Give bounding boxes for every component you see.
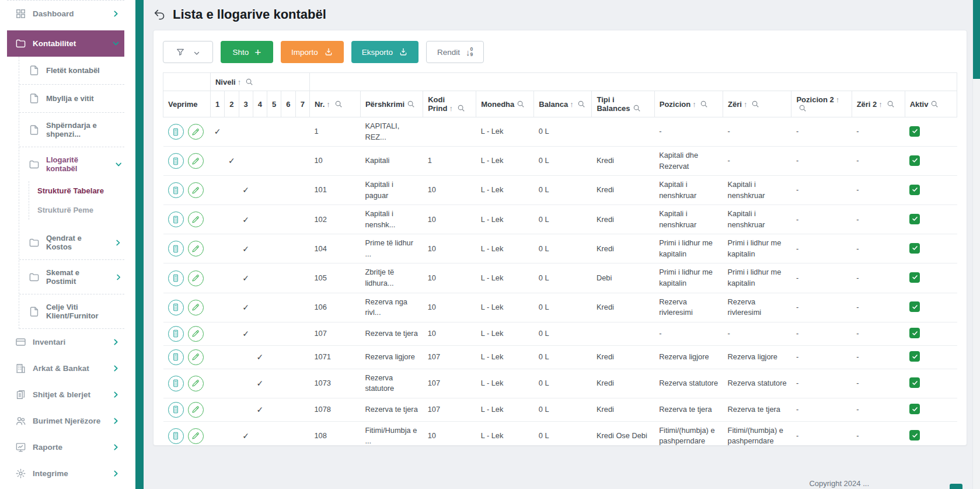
sidebar-item-burimet-njer-zore[interactable]: Burimet Njerëzore — [7, 408, 124, 434]
search-icon[interactable] — [334, 100, 343, 108]
active-checkbox[interactable] — [909, 301, 920, 312]
active-checkbox[interactable] — [909, 404, 920, 414]
search-icon[interactable] — [517, 100, 525, 108]
active-checkbox[interactable] — [909, 430, 920, 441]
active-checkbox[interactable] — [909, 243, 920, 254]
add-button[interactable]: Shto + — [221, 41, 273, 63]
sidebar-item-label: Arkat & Bankat — [33, 364, 89, 373]
account-ledger-button[interactable] — [168, 300, 184, 315]
invoice-icon — [15, 389, 26, 400]
sidebar-item-label: Fletët kontabël — [46, 66, 100, 75]
edit-button[interactable] — [188, 300, 204, 315]
sidebar-item-integrime[interactable]: Integrime — [7, 460, 124, 487]
sort-arrow-icon[interactable]: ↑ — [690, 100, 697, 109]
import-button[interactable]: Importo — [281, 41, 344, 63]
account-ledger-button[interactable] — [168, 241, 184, 256]
edit-button[interactable] — [188, 376, 204, 391]
cell-balanca: 0 L — [534, 263, 592, 293]
account-ledger-button[interactable] — [168, 211, 184, 227]
search-icon[interactable] — [700, 100, 708, 108]
account-ledger-button[interactable] — [168, 124, 184, 140]
column-header-level-2: 2 — [225, 91, 239, 117]
sort-button[interactable]: Rendit ↓09 — [426, 41, 484, 63]
sidebar-item-struktur-tabelare[interactable]: Strukturë Tabelare — [29, 181, 124, 200]
edit-button[interactable] — [188, 211, 204, 227]
sidebar-item-qendrat-e-kostos[interactable]: Qendrat e Kostos — [19, 226, 124, 260]
search-icon[interactable] — [798, 104, 807, 112]
account-ledger-button[interactable] — [168, 270, 184, 286]
sidebar-item-struktur-peme[interactable]: Strukturë Peme — [29, 200, 124, 220]
cell-zeri_2: - — [852, 263, 905, 293]
search-icon[interactable] — [457, 104, 465, 112]
sidebar-item-shitjet-blerjet[interactable]: Shitjet & blerjet — [7, 382, 124, 408]
sort-arrow-icon[interactable]: ↑ — [742, 100, 749, 109]
sidebar-item-dashboard[interactable]: Dashboard — [7, 1, 124, 27]
search-icon[interactable] — [577, 100, 585, 108]
chevron-right-icon — [112, 417, 120, 425]
edit-button[interactable] — [188, 326, 204, 342]
sidebar-item-inventari[interactable]: Inventari — [7, 329, 124, 355]
account-ledger-button[interactable] — [168, 326, 184, 342]
scrollbar-thumb[interactable] — [973, 0, 980, 79]
sidebar-item-shp-rndarja-e-shpenzi[interactable]: Shpërndarja e shpenzi... — [19, 113, 124, 147]
sort-arrow-icon[interactable]: ↑ — [325, 100, 332, 109]
cell-pershkrimi: Kapitali — [360, 147, 423, 176]
search-icon[interactable] — [930, 100, 939, 108]
sidebar-item-llogarit-kontab-l[interactable]: Llogaritë kontabël — [19, 147, 124, 181]
filter-button[interactable] — [163, 41, 213, 63]
sidebar-item-konfigurime[interactable]: Konfigurime — [7, 487, 124, 489]
scroll-top-button[interactable] — [950, 484, 962, 489]
column-header-aktiv: Aktiv — [905, 91, 957, 117]
export-button[interactable]: Eksporto — [351, 41, 418, 63]
column-label: Kodi Prind — [428, 95, 447, 113]
search-icon[interactable] — [887, 100, 895, 108]
search-icon[interactable] — [245, 78, 253, 86]
back-arrow-icon[interactable] — [153, 8, 166, 21]
search-icon[interactable] — [633, 104, 641, 112]
active-checkbox[interactable] — [909, 377, 920, 388]
active-checkbox[interactable] — [909, 214, 920, 224]
sort-arrow-icon[interactable]: ↑ — [877, 100, 884, 109]
sort-arrow-icon[interactable]: ↑ — [447, 105, 454, 113]
sort-arrow-icon[interactable]: ↑ — [834, 96, 841, 104]
account-ledger-button[interactable] — [168, 402, 184, 418]
file-icon — [29, 306, 40, 317]
sort-arrow-icon[interactable]: ↑ — [568, 100, 575, 109]
edit-button[interactable] — [188, 124, 204, 140]
pencil-icon — [191, 186, 200, 195]
account-ledger-button[interactable] — [168, 153, 184, 169]
sidebar-item-celje-viti-klient-furnitor[interactable]: Celje Viti Klient/Furnitor — [19, 294, 124, 329]
search-icon[interactable] — [407, 100, 415, 108]
edit-button[interactable] — [188, 241, 204, 256]
cell-pozicion: Kapitali i nenshkruar — [654, 205, 723, 234]
sidebar-item-skemat-e-postimit[interactable]: Skemat e Postimit — [19, 260, 124, 294]
edit-button[interactable] — [188, 182, 204, 198]
edit-button[interactable] — [188, 402, 204, 418]
active-checkbox[interactable] — [909, 351, 920, 362]
column-header-row: Veprime1234567Nr.↑PërshkrimiKodi Prind↑M… — [163, 91, 957, 117]
account-ledger-button[interactable] — [168, 376, 184, 391]
edit-button[interactable] — [188, 349, 204, 365]
scrollbar[interactable] — [972, 0, 980, 489]
edit-button[interactable] — [188, 153, 204, 169]
account-ledger-button[interactable] — [168, 182, 184, 198]
active-checkbox[interactable] — [909, 155, 920, 166]
account-ledger-button[interactable] — [168, 349, 184, 365]
sidebar-item-mbyllja-e-vitit[interactable]: Mbyllja e vitit — [19, 85, 124, 113]
account-ledger-button[interactable] — [168, 428, 184, 444]
sort-arrow-icon[interactable]: ↑ — [236, 78, 243, 86]
column-label: Niveli — [215, 78, 236, 86]
cell-pozicion_2: - — [791, 293, 852, 322]
sidebar-item-flet-t-kontab-l[interactable]: Fletët kontabël — [19, 57, 124, 85]
search-icon[interactable] — [751, 100, 759, 108]
sidebar-item-raporte[interactable]: Raporte — [7, 434, 124, 460]
sidebar-item-arkat-bankat[interactable]: Arkat & Bankat — [7, 355, 124, 382]
active-checkbox[interactable] — [909, 272, 920, 283]
active-checkbox[interactable] — [909, 126, 920, 137]
edit-button[interactable] — [188, 428, 204, 444]
active-checkbox[interactable] — [909, 328, 920, 338]
active-checkbox[interactable] — [909, 185, 920, 195]
edit-button[interactable] — [188, 270, 204, 286]
sidebar-item-kontabilitet[interactable]: Kontabilitet — [7, 30, 124, 57]
cell-nr: 1071 — [309, 345, 360, 369]
